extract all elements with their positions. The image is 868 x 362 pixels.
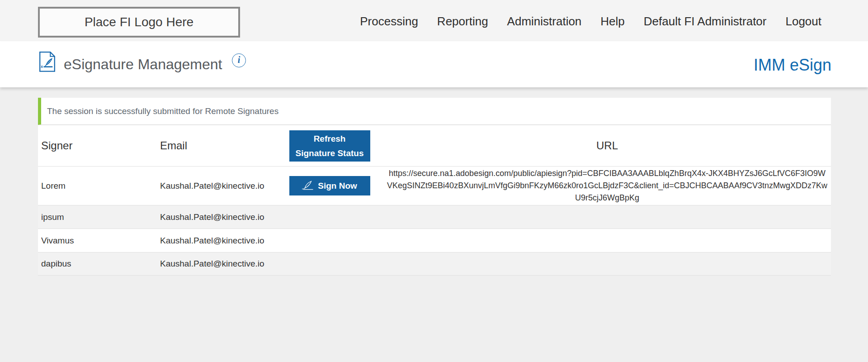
svg-text:x: x [41, 64, 43, 69]
